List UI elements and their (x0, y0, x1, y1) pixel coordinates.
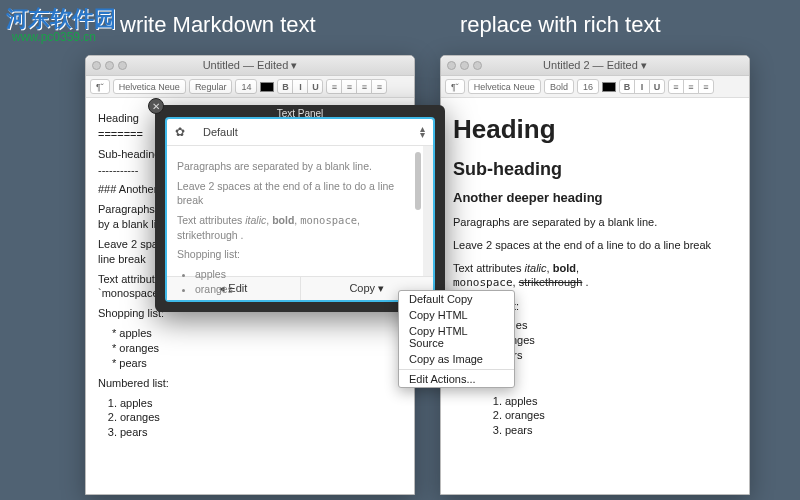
menu-item-copy-as-image[interactable]: Copy as Image (399, 351, 514, 367)
panel-header: ✿ Default ▴▾ (167, 119, 433, 146)
copy-context-menu[interactable]: Default Copy Copy HTML Copy HTML Source … (398, 290, 515, 388)
font-family-select[interactable]: Helvetica Neue (468, 79, 541, 94)
list-item: apples (195, 267, 413, 282)
scrollbar[interactable] (415, 152, 421, 210)
text-line: Numbered list: (98, 376, 402, 391)
panel-preview[interactable]: Paragraphs are separated by a blank line… (167, 146, 433, 276)
color-swatch[interactable] (602, 82, 616, 92)
bullet-list: apples oranges pears (495, 318, 737, 363)
menu-item-copy-html[interactable]: Copy HTML (399, 307, 514, 323)
bold-button[interactable]: B (277, 79, 293, 94)
underline-button[interactable]: U (649, 79, 665, 94)
chevron-updown-icon[interactable]: ▴▾ (420, 126, 425, 138)
paragraph: Text attributes italic, bold, monospace,… (453, 261, 737, 292)
list-item: oranges (505, 408, 737, 423)
list-item: apples (120, 396, 402, 411)
traffic-lights[interactable] (92, 61, 127, 70)
list-item: apples (495, 318, 737, 333)
zoom-icon[interactable] (118, 61, 127, 70)
align-justify-button[interactable]: ≡ (371, 79, 387, 94)
italic-button[interactable]: I (634, 79, 650, 94)
preview-text: Leave 2 spaces at the end of a line to d… (177, 179, 413, 208)
paragraph: Paragraphs are separated by a blank line… (453, 215, 737, 230)
font-weight-select[interactable]: Bold (544, 79, 574, 94)
paragraph: Leave 2 spaces at the end of a line to d… (453, 238, 737, 253)
titlebar[interactable]: Untitled 2 — Edited ▾ (441, 56, 749, 76)
list-item: oranges (495, 333, 737, 348)
watermark-url: www.pc0359.cn (12, 30, 96, 44)
font-size-select[interactable]: 16 (577, 79, 599, 94)
align-right-button[interactable]: ≡ (698, 79, 714, 94)
style-buttons: B I U (619, 79, 665, 94)
font-family-select[interactable]: Helvetica Neue (113, 79, 186, 94)
align-center-button[interactable]: ≡ (683, 79, 699, 94)
list-item: pears (505, 423, 737, 438)
italic-button[interactable]: I (292, 79, 308, 94)
list-item: pears (120, 425, 402, 440)
list-item: apples (505, 394, 737, 409)
preview-text: Text attributes italic, bold, monospace,… (177, 213, 413, 242)
bold-button[interactable]: B (619, 79, 635, 94)
preset-select[interactable]: Default (203, 126, 238, 138)
align-left-button[interactable]: ≡ (668, 79, 684, 94)
font-size-select[interactable]: 14 (235, 79, 257, 94)
traffic-lights[interactable] (447, 61, 482, 70)
align-right-button[interactable]: ≡ (356, 79, 372, 94)
minimize-icon[interactable] (105, 61, 114, 70)
list-item: * pears (112, 356, 402, 371)
richtext-area[interactable]: Heading Sub-heading Another deeper headi… (441, 98, 749, 450)
window-title: Untitled 2 — Edited ▾ (543, 59, 647, 72)
color-swatch[interactable] (260, 82, 274, 92)
list-item: oranges (195, 282, 413, 297)
header-caption-right: replace with rich text (460, 12, 661, 38)
list-item: * apples (112, 326, 402, 341)
gear-icon[interactable]: ✿ (175, 125, 185, 139)
format-toolbar: ¶ˇ Helvetica Neue Regular 14 B I U ≡ ≡ ≡… (86, 76, 414, 98)
header-caption-left: write Markdown text (120, 12, 316, 38)
list-item: pears (495, 348, 737, 363)
heading-3: Another deeper heading (453, 189, 737, 207)
zoom-icon[interactable] (473, 61, 482, 70)
text-panel[interactable]: ✕ Text Panel ✿ Default ▴▾ Paragraphs are… (155, 105, 445, 312)
preview-text: Shopping list: (177, 247, 413, 262)
list-item: oranges (120, 410, 402, 425)
align-buttons: ≡ ≡ ≡ (668, 79, 714, 94)
format-toolbar: ¶ˇ Helvetica Neue Bold 16 B I U ≡ ≡ ≡ (441, 76, 749, 98)
panel-title: Text Panel (155, 108, 445, 119)
underline-button[interactable]: U (307, 79, 323, 94)
paragraph-style-select[interactable]: ¶ˇ (445, 79, 465, 94)
titlebar[interactable]: Untitled — Edited ▾ (86, 56, 414, 76)
richtext-editor-window: Untitled 2 — Edited ▾ ¶ˇ Helvetica Neue … (440, 55, 750, 495)
list-item: * oranges (112, 341, 402, 356)
panel-inner: ✿ Default ▴▾ Paragraphs are separated by… (166, 118, 434, 301)
align-left-button[interactable]: ≡ (326, 79, 342, 94)
style-buttons: B I U (277, 79, 323, 94)
menu-item-edit-actions[interactable]: Edit Actions... (399, 369, 514, 387)
close-icon[interactable] (92, 61, 101, 70)
window-title: Untitled — Edited ▾ (203, 59, 298, 72)
menu-item-default-copy[interactable]: Default Copy (399, 291, 514, 307)
font-weight-select[interactable]: Regular (189, 79, 233, 94)
close-icon[interactable] (447, 61, 456, 70)
heading-2: Sub-heading (453, 157, 737, 181)
align-center-button[interactable]: ≡ (341, 79, 357, 94)
align-buttons: ≡ ≡ ≡ ≡ (326, 79, 387, 94)
numbered-list: apples oranges pears (120, 396, 402, 441)
bullet-list: * apples * oranges * pears (112, 326, 402, 371)
preview-list: apples oranges (195, 267, 413, 296)
menu-item-copy-html-source[interactable]: Copy HTML Source (399, 323, 514, 351)
preview-text: Paragraphs are separated by a blank line… (177, 159, 413, 174)
minimize-icon[interactable] (460, 61, 469, 70)
paragraph: d list: (483, 371, 737, 386)
heading-1: Heading (453, 112, 737, 147)
paragraph-style-select[interactable]: ¶ˇ (90, 79, 110, 94)
numbered-list: apples oranges pears (505, 394, 737, 439)
